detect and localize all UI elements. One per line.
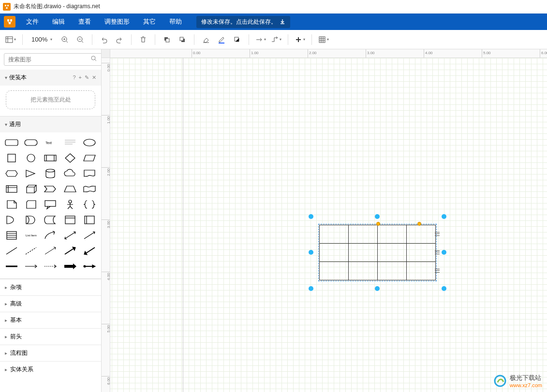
chevron-down-icon: ▾ <box>327 37 329 42</box>
category-item[interactable]: ▸流程图 <box>0 345 101 361</box>
bidir-arrow-shape[interactable] <box>61 229 79 242</box>
category-item[interactable]: ▸杂项 <box>0 279 101 295</box>
menu-extras[interactable]: 其它 <box>136 14 163 30</box>
parallelogram-shape[interactable] <box>81 152 98 164</box>
list-shape[interactable] <box>3 229 20 242</box>
list-item-shape[interactable]: List Item <box>22 229 40 242</box>
cube-shape[interactable] <box>22 183 40 195</box>
search-input[interactable] <box>4 53 102 66</box>
waypoint-style-button[interactable]: ▾ <box>269 33 283 46</box>
dir-conn-shape[interactable] <box>81 260 98 273</box>
curve-arrow-shape[interactable] <box>42 229 59 242</box>
connection-point[interactable] <box>417 222 421 226</box>
ruler-label: 2.00 <box>309 51 317 55</box>
row-handle[interactable] <box>435 231 440 237</box>
container2-shape[interactable] <box>81 214 98 226</box>
shadow-button[interactable] <box>230 33 244 46</box>
menu-view[interactable]: 查看 <box>72 14 98 30</box>
delete-button[interactable] <box>136 33 150 46</box>
bold-arrow-shape[interactable] <box>61 245 79 257</box>
line-color-button[interactable] <box>215 33 228 46</box>
view-mode-button[interactable]: ▾ <box>4 33 17 46</box>
and-shape[interactable] <box>22 214 40 226</box>
scratchpad-dropzone[interactable]: 把元素拖至此处 <box>6 90 95 109</box>
close-icon[interactable]: ✕ <box>92 74 96 81</box>
resize-handle-w[interactable] <box>309 250 313 255</box>
resize-handle-nw[interactable] <box>309 214 313 219</box>
paragraph-shape[interactable] <box>61 136 79 149</box>
trapezoid-shape[interactable] <box>61 183 79 195</box>
or-shape[interactable] <box>3 214 20 226</box>
row-handle[interactable] <box>435 267 440 274</box>
fill-color-button[interactable] <box>199 33 213 46</box>
menu-format[interactable]: 调整图形 <box>98 14 136 30</box>
actor-shape[interactable] <box>61 198 79 211</box>
data-storage-shape[interactable] <box>42 214 59 226</box>
common-shapes-header[interactable]: ▾ 通用 <box>0 116 101 132</box>
reverse-arrow-shape[interactable] <box>81 245 98 257</box>
connector-style-button[interactable]: ▾ <box>254 33 267 46</box>
triangle-shape[interactable] <box>22 167 40 180</box>
step-shape[interactable] <box>42 183 59 195</box>
line-arrow-shape[interactable] <box>42 245 59 257</box>
row-handle[interactable] <box>435 249 440 256</box>
add-icon[interactable]: + <box>79 74 82 81</box>
zoom-selector[interactable]: 100%▾ <box>28 36 56 43</box>
menu-help[interactable]: 帮助 <box>163 14 189 30</box>
cloud-shape[interactable] <box>61 167 79 180</box>
rotation-handle[interactable] <box>376 222 380 226</box>
insert-button[interactable]: ▾ <box>293 33 307 46</box>
scratchpad-header[interactable]: ▾ 便笺本 ? + ✎ ✕ <box>0 70 101 86</box>
canvas[interactable] <box>110 58 547 392</box>
category-item[interactable]: ▸高级 <box>0 295 101 312</box>
arrow-shape[interactable] <box>81 229 98 242</box>
rounded-rectangle-shape[interactable] <box>3 136 20 149</box>
redo-button[interactable] <box>113 33 126 46</box>
category-item[interactable]: ▸箭头 <box>0 328 101 345</box>
menu-edit[interactable]: 编辑 <box>45 14 72 30</box>
tape-shape[interactable] <box>81 183 98 195</box>
thin-arrow-conn[interactable] <box>22 260 40 273</box>
dotted-conn-shape[interactable] <box>42 260 59 273</box>
zoom-in-button[interactable] <box>58 33 72 46</box>
category-item[interactable]: ▸实体关系 <box>0 361 101 377</box>
internal-storage-shape[interactable] <box>3 183 20 195</box>
text-shape[interactable]: Text <box>42 136 59 149</box>
cylinder-shape[interactable] <box>42 167 59 180</box>
diamond-shape[interactable] <box>61 152 79 164</box>
rounded-rectangle2-shape[interactable] <box>22 136 40 149</box>
resize-handle-n[interactable] <box>375 214 380 219</box>
selected-table-object[interactable] <box>319 225 436 280</box>
square-shape[interactable] <box>3 152 20 164</box>
resize-handle-sw[interactable] <box>309 286 313 291</box>
resize-handle-ne[interactable] <box>442 214 446 219</box>
hexagon-shape[interactable] <box>3 167 20 180</box>
resize-handle-s[interactable] <box>375 286 380 291</box>
resize-handle-se[interactable] <box>442 286 446 291</box>
help-icon[interactable]: ? <box>73 74 75 81</box>
table-button[interactable]: ▾ <box>317 33 330 46</box>
note-shape[interactable] <box>3 198 20 211</box>
process-shape[interactable] <box>42 152 59 164</box>
line-shape[interactable] <box>3 245 20 257</box>
curly-bracket-shape[interactable] <box>81 198 98 211</box>
to-front-button[interactable] <box>160 33 174 46</box>
block-arrow-shape[interactable] <box>61 260 79 273</box>
circle-shape[interactable] <box>22 152 40 164</box>
resize-handle-e[interactable] <box>442 250 446 255</box>
drawio-logo-icon[interactable] <box>4 16 15 28</box>
undo-button[interactable] <box>97 33 111 46</box>
save-prompt-button[interactable]: 修改未保存。点击此处保存。 <box>196 16 290 28</box>
thick-line-shape[interactable] <box>3 260 20 273</box>
zoom-out-button[interactable] <box>74 33 87 46</box>
menu-file[interactable]: 文件 <box>19 14 45 30</box>
callout-shape[interactable] <box>42 198 59 211</box>
edit-icon[interactable]: ✎ <box>85 74 89 81</box>
category-item[interactable]: ▸基本 <box>0 312 101 328</box>
ellipse-shape[interactable] <box>81 136 98 149</box>
card-shape[interactable] <box>22 198 40 211</box>
dashed-line-shape[interactable] <box>22 245 40 257</box>
to-back-button[interactable] <box>176 33 189 46</box>
container-shape[interactable] <box>61 214 79 226</box>
document-shape[interactable] <box>81 167 98 180</box>
